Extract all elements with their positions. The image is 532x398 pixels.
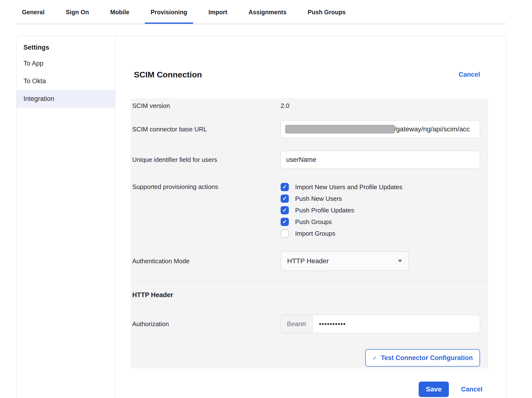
scim-version-label: SCIM version: [132, 102, 281, 110]
tab-assignments[interactable]: Assignments: [248, 0, 286, 24]
auth-mode-selected-value: HTTP Header: [287, 257, 329, 265]
checkbox-label: Push Groups: [295, 218, 332, 226]
base-url-value: https://b5bd-185-19-67-148.ngrok.io/gate…: [286, 125, 470, 133]
checkbox-import-groups[interactable]: ✓: [281, 229, 289, 238]
sidebar-header: Settings: [17, 40, 115, 55]
authorization-input-group: Bearer ••••••••••: [281, 315, 480, 333]
tab-general[interactable]: General: [22, 0, 44, 24]
test-connector-row: ✓ Test Connector Configuration: [132, 349, 480, 367]
auth-mode-label: Authentication Mode: [132, 257, 281, 265]
tab-mobile[interactable]: Mobile: [110, 0, 129, 24]
http-header-section-title: HTTP Header: [132, 291, 480, 299]
checkbox-push-new-users[interactable]: ✓: [281, 195, 289, 203]
unique-identifier-value: userName: [286, 156, 316, 164]
tab-push-groups[interactable]: Push Groups: [308, 0, 346, 24]
cancel-link-bottom[interactable]: Cancel: [461, 386, 482, 393]
checkbox-label: Import New Users and Profile Updates: [295, 183, 402, 191]
section-divider: [131, 281, 488, 282]
chevron-down-icon: [398, 260, 402, 263]
checkbox-row-push-profile-updates[interactable]: ✓ Push Profile Updates: [281, 204, 480, 216]
checkbox-label: Push Profile Updates: [295, 207, 354, 214]
checkmark-icon: ✓: [282, 207, 287, 213]
provisioning-actions-list: ✓ Import New Users and Profile Updates ✓…: [281, 181, 480, 239]
base-url-label: SCIM connector base URL: [132, 126, 281, 133]
page-title: SCIM Connection: [134, 70, 202, 79]
checkbox-row-push-new-users[interactable]: ✓ Push New Users: [281, 193, 480, 204]
unique-identifier-row: Unique identifier field for users userNa…: [132, 151, 480, 169]
test-connector-configuration-button[interactable]: ✓ Test Connector Configuration: [365, 349, 480, 367]
test-connector-configuration-label: Test Connector Configuration: [381, 354, 473, 362]
settings-sidebar: Settings To App To Okta Integration: [17, 36, 115, 398]
tab-sign-on[interactable]: Sign On: [66, 0, 89, 24]
checkbox-import-new-users[interactable]: ✓: [281, 183, 289, 191]
redaction-bar: https://b5bd-185-19-67-148.ngrok.io: [286, 125, 394, 133]
check-icon: ✓: [372, 355, 377, 361]
form-panel: SCIM version 2.0 SCIM connector base URL…: [131, 98, 488, 368]
scim-version-value: 2.0: [281, 102, 480, 110]
authorization-label: Authorization: [132, 320, 281, 328]
app-tab-bar: General Sign On Mobile Provisioning Impo…: [0, 0, 532, 24]
form-footer: Save Cancel: [131, 382, 488, 397]
scim-connection-form: SCIM Connection Cancel SCIM version 2.0 …: [115, 36, 506, 398]
sidebar-item-to-okta[interactable]: To Okta: [17, 72, 115, 90]
auth-mode-select[interactable]: HTTP Header: [281, 251, 409, 271]
base-url-input[interactable]: https://b5bd-185-19-67-148.ngrok.io/gate…: [281, 120, 480, 138]
cancel-link-top[interactable]: Cancel: [459, 71, 480, 78]
provisioning-settings-page: General Sign On Mobile Provisioning Impo…: [0, 0, 532, 398]
bearer-prefix: Bearer: [281, 315, 313, 333]
checkmark-icon: ✓: [282, 219, 287, 225]
unique-identifier-input[interactable]: userName: [281, 151, 480, 169]
provisioning-actions-label: Supported provisioning actions: [132, 183, 281, 191]
checkbox-row-import-groups[interactable]: ✓ Import Groups: [281, 228, 480, 239]
form-header: SCIM Connection Cancel: [131, 70, 488, 79]
tab-bar-divider: [16, 24, 506, 24]
provisioning-actions-row: Supported provisioning actions ✓ Import …: [132, 181, 480, 239]
checkbox-label: Import Groups: [295, 230, 335, 237]
settings-card: Settings To App To Okta Integration SCIM…: [16, 36, 506, 398]
tab-import[interactable]: Import: [209, 0, 227, 24]
checkbox-label: Push New Users: [295, 195, 342, 203]
checkbox-row-import-new-users[interactable]: ✓ Import New Users and Profile Updates: [281, 181, 480, 193]
authorization-token-input[interactable]: ••••••••••: [313, 315, 352, 333]
base-url-visible-suffix: /gateway/ng/api/scim/acc: [394, 125, 470, 133]
sidebar-item-to-app[interactable]: To App: [17, 55, 115, 72]
auth-mode-row: Authentication Mode HTTP Header: [132, 251, 480, 271]
authorization-row: Authorization Bearer ••••••••••: [132, 315, 480, 333]
unique-identifier-label: Unique identifier field for users: [132, 156, 281, 164]
checkmark-icon: ✓: [282, 184, 287, 190]
checkbox-row-push-groups[interactable]: ✓ Push Groups: [281, 216, 480, 228]
sidebar-item-integration[interactable]: Integration: [17, 90, 115, 108]
checkbox-push-groups[interactable]: ✓: [281, 218, 289, 226]
save-button[interactable]: Save: [419, 382, 449, 397]
tab-provisioning[interactable]: Provisioning: [151, 0, 187, 24]
checkmark-icon: ✓: [282, 196, 287, 201]
checkbox-push-profile-updates[interactable]: ✓: [281, 206, 289, 214]
base-url-row: SCIM connector base URL https://b5bd-185…: [132, 120, 480, 138]
scim-version-row: SCIM version 2.0: [132, 98, 480, 110]
